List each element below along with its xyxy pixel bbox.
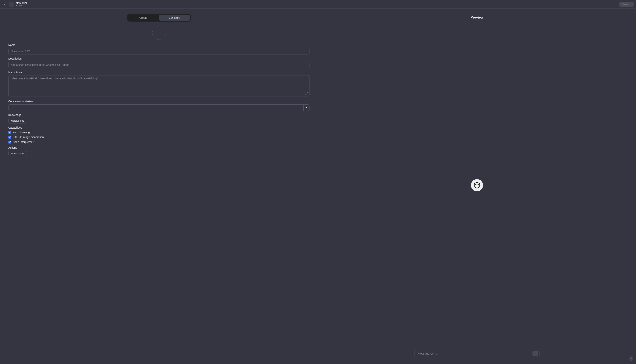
instructions-textarea[interactable]	[8, 75, 309, 96]
expand-icon	[305, 92, 308, 95]
message-bar	[415, 349, 539, 358]
info-icon[interactable]: ?	[34, 141, 36, 143]
expand-button[interactable]	[305, 92, 308, 96]
help-button[interactable]: ?	[629, 356, 633, 360]
checkbox-dalle[interactable]	[8, 136, 11, 138]
name-input[interactable]	[8, 48, 309, 54]
close-icon	[305, 106, 308, 109]
chevron-left-icon	[3, 3, 6, 6]
page-title: New GPT	[16, 2, 28, 4]
header: New GPT Draft Save	[0, 0, 636, 9]
add-actions-button[interactable]: Add actions	[8, 151, 27, 156]
preview-title: Preview	[471, 16, 483, 20]
status-text: Draft	[18, 4, 22, 7]
preview-avatar	[471, 179, 483, 191]
capability-code-interpreter: Code Interpreter ?	[8, 140, 309, 144]
capability-label: Web Browsing	[13, 131, 30, 134]
send-button[interactable]	[532, 351, 538, 356]
header-info: New GPT Draft	[16, 2, 28, 7]
svg-line-3	[306, 94, 306, 94]
tab-configure[interactable]: Configure	[159, 15, 190, 21]
tab-create[interactable]: Create	[128, 15, 159, 21]
capabilities-label: Capabilities	[8, 126, 309, 129]
status-badge: Draft	[16, 4, 28, 7]
starter-remove-button[interactable]	[303, 104, 309, 111]
tabs: Create Configure	[127, 14, 191, 22]
status-dot-icon	[16, 5, 17, 6]
actions-label: Actions	[8, 146, 309, 149]
name-label: Name	[8, 44, 309, 46]
instructions-label: Instructions	[8, 71, 309, 74]
knowledge-label: Knowledge	[8, 114, 309, 116]
plus-icon	[157, 31, 161, 35]
save-label: Save	[622, 3, 628, 6]
starters-label: Conversation starters	[8, 100, 309, 103]
left-panel: Create Configure Name Description Instru…	[0, 9, 318, 364]
upload-avatar-button[interactable]	[152, 26, 166, 40]
arrow-up-icon	[534, 352, 537, 355]
message-input[interactable]	[418, 352, 532, 355]
capability-web-browsing: Web Browsing	[8, 131, 309, 134]
chevron-down-icon	[629, 3, 631, 6]
right-panel: Preview ?	[318, 9, 636, 364]
box-icon	[473, 182, 481, 189]
svg-line-2	[307, 93, 307, 94]
capability-label: DALL·E Image Generation	[13, 136, 44, 138]
main: Create Configure Name Description Instru…	[0, 9, 636, 364]
description-label: Description	[8, 57, 309, 60]
checkbox-web-browsing[interactable]	[8, 131, 11, 134]
description-input[interactable]	[8, 62, 309, 68]
capability-label: Code Interpreter	[13, 140, 32, 144]
back-button[interactable]	[2, 2, 7, 6]
starter-row	[8, 104, 309, 111]
save-button[interactable]: Save	[619, 2, 634, 7]
starter-input[interactable]	[8, 104, 303, 111]
check-icon	[9, 141, 11, 143]
capability-dalle: DALL·E Image Generation	[8, 136, 309, 138]
upload-files-button[interactable]: Upload files	[8, 118, 27, 124]
form-scroll[interactable]: Name Description Instructions Conversati…	[0, 22, 318, 364]
check-icon	[9, 136, 11, 138]
checkbox-code-interpreter[interactable]	[8, 141, 11, 144]
check-icon	[9, 131, 11, 133]
avatar-placeholder	[9, 2, 14, 7]
